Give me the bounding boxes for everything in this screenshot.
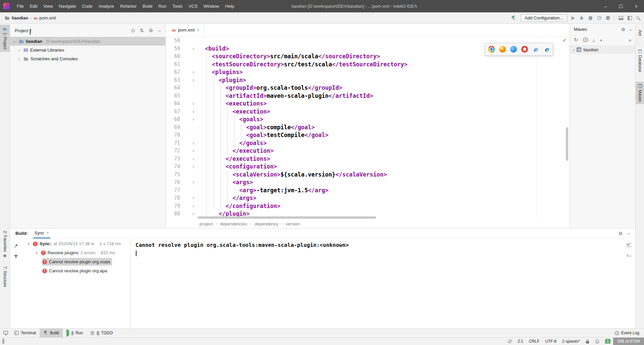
project-tree-item[interactable]: ›liaodianD:\workspace\IDEA\liaodian: [10, 37, 165, 46]
toolwindow-tab-favorites[interactable]: 2: Favorites: [0, 228, 10, 260]
settings-gear-icon[interactable]: ⚙: [619, 231, 623, 236]
breadcrumb-item[interactable]: dependency: [255, 221, 278, 226]
run-maven-goal-icon[interactable]: [583, 38, 588, 42]
code-line[interactable]: 74∨ <configuration>: [166, 163, 569, 171]
layout-left-icon[interactable]: [628, 16, 632, 20]
code-line[interactable]: 77 <arg>-target:jvm-1.5</arg>: [166, 187, 569, 195]
line-number[interactable]: 66: [166, 100, 180, 108]
horizontal-scrollbar[interactable]: [198, 216, 376, 219]
breadcrumb-file[interactable]: pom.xml: [39, 15, 56, 20]
hide-panel-icon[interactable]: –: [627, 231, 630, 236]
reimport-maven-icon[interactable]: ↻: [574, 37, 578, 43]
maven-tree-item[interactable]: ›mliaodian: [570, 45, 635, 54]
breadcrumb-item[interactable]: version: [286, 221, 300, 226]
project-tree-item[interactable]: ›External Libraries: [10, 46, 165, 54]
fold-region-start-icon[interactable]: ∨: [180, 45, 198, 53]
add-maven-project-icon[interactable]: +: [600, 37, 603, 43]
code-line[interactable]: 72∧ </execution>: [166, 147, 569, 155]
line-number[interactable]: 68: [166, 116, 180, 124]
project-panel-title[interactable]: Project: [15, 28, 28, 33]
line-number[interactable]: 71: [166, 139, 180, 147]
build-hammer-icon[interactable]: [511, 15, 516, 21]
editor-tab-pom[interactable]: m pom.xml ×: [168, 24, 204, 36]
vertical-scrollbar[interactable]: [566, 127, 568, 161]
toolwindow-button-terminal[interactable]: Terminal: [11, 329, 40, 337]
toolwindow-tab-ant[interactable]: Ant: [636, 27, 644, 38]
profiler-button[interactable]: [597, 16, 602, 20]
build-tree-item[interactable]: !Cannot resolve plugin org.scala: [21, 257, 130, 266]
line-number[interactable]: 67: [166, 108, 180, 116]
line-separator[interactable]: CRLF: [529, 339, 539, 344]
coverage-button[interactable]: [588, 16, 593, 20]
search-everywhere-icon[interactable]: [636, 16, 639, 19]
chevron-right-icon[interactable]: ›: [17, 56, 21, 62]
layout-bottom-icon[interactable]: [619, 16, 623, 20]
toolwindow-button-4-run[interactable]: 4: Run: [63, 329, 87, 337]
scroll-to-end-icon[interactable]: ↓: [627, 252, 631, 256]
code-line[interactable]: 71∧ </goals>: [166, 139, 569, 147]
menu-tools[interactable]: Tools: [169, 0, 185, 12]
toolwindow-tab-project[interactable]: 1: Project: [0, 25, 10, 52]
menu-code[interactable]: Code: [79, 0, 96, 12]
code-line[interactable]: 73∧ </executions>: [166, 155, 569, 163]
line-number[interactable]: 61: [166, 61, 180, 69]
menu-build[interactable]: Build: [140, 0, 155, 12]
line-number[interactable]: 69: [166, 124, 180, 132]
build-tree-item[interactable]: ∨!Resolve plugins2 errors832 ms: [21, 248, 130, 257]
menu-window[interactable]: Window: [201, 0, 222, 12]
code-line[interactable]: 63∨ <plugin>: [166, 76, 569, 84]
toolwindow-button-build[interactable]: Build: [40, 329, 63, 337]
locate-file-icon[interactable]: [131, 29, 135, 32]
code-line[interactable]: 75 <scalaVersion>${scala.version}</scala…: [166, 171, 569, 179]
debug-button[interactable]: [579, 15, 584, 20]
pin-icon[interactable]: [13, 244, 18, 249]
build-tree-item[interactable]: ∨!Sync:at 2020/6/15 17:38 w1 s 716 ms: [21, 239, 130, 248]
close-button[interactable]: ×: [629, 0, 644, 12]
toolwindow-tab-structure[interactable]: 7: Structure: [0, 264, 10, 289]
hide-panel-icon[interactable]: –: [158, 28, 161, 33]
hide-panel-icon[interactable]: –: [629, 27, 632, 32]
code-line[interactable]: 76∨ <args>: [166, 179, 569, 187]
chevron-right-icon[interactable]: ›: [573, 47, 575, 52]
menu-file[interactable]: File: [14, 0, 27, 12]
code-line[interactable]: 78∧ </args>: [166, 194, 569, 202]
chevron-right-icon[interactable]: ›: [17, 47, 21, 53]
fold-region-start-icon[interactable]: ∨: [180, 76, 198, 84]
fold-region-end-icon[interactable]: ∧: [180, 194, 198, 202]
code-line[interactable]: 67∨ <execution>: [166, 108, 569, 116]
fold-region-start-icon[interactable]: ∨: [180, 116, 198, 124]
firefox-browser-icon[interactable]: [499, 46, 506, 53]
fold-region-start-icon[interactable]: ∨: [180, 163, 198, 171]
globe-browser-icon[interactable]: [510, 46, 517, 53]
menu-vcs[interactable]: VCS: [185, 0, 201, 12]
settings-gear-icon[interactable]: ⚙: [149, 28, 153, 33]
fold-region-end-icon[interactable]: ∧: [180, 210, 198, 218]
line-number[interactable]: 60: [166, 53, 180, 61]
line-number[interactable]: 77: [166, 187, 180, 195]
stop-button[interactable]: [606, 16, 610, 20]
menu-analyze[interactable]: Analyze: [96, 0, 117, 12]
build-console[interactable]: Cannot resolve plugin org.scala-tools:ma…: [136, 242, 620, 256]
memory-indicator[interactable]: 336 of 972M: [613, 338, 644, 345]
line-number[interactable]: 70: [166, 131, 180, 139]
menu-run[interactable]: Run: [155, 0, 169, 12]
settings-gear-icon[interactable]: ⚙: [621, 27, 626, 32]
toolwindow-tab-maven[interactable]: m Maven: [636, 82, 644, 104]
collapse-all-icon[interactable]: ⇅: [140, 28, 144, 33]
fold-region-start-icon[interactable]: ∨: [180, 179, 198, 187]
event-log-button[interactable]: Event Log: [615, 331, 639, 335]
line-number[interactable]: 72: [166, 147, 180, 155]
code-line[interactable]: 70 <goal>testCompile</goal>: [166, 131, 569, 139]
chrome-browser-icon[interactable]: [488, 46, 495, 53]
chevron-down-icon[interactable]: ∨: [26, 242, 31, 246]
opera-browser-icon[interactable]: [521, 46, 528, 53]
project-tree-item[interactable]: ›Scratches and Consoles: [10, 54, 165, 63]
code-line[interactable]: 66∨ <executions>: [166, 100, 569, 108]
download-sources-icon[interactable]: ↓: [593, 38, 595, 42]
splitter[interactable]: [130, 239, 130, 328]
fold-region-start-icon[interactable]: ∨: [180, 108, 198, 116]
code-line[interactable]: 62∨ <plugins>: [166, 68, 569, 76]
breadcrumb-project[interactable]: liaodian: [12, 15, 28, 20]
fold-region-start-icon[interactable]: ∨: [180, 100, 198, 108]
menu-view[interactable]: View: [40, 0, 56, 12]
